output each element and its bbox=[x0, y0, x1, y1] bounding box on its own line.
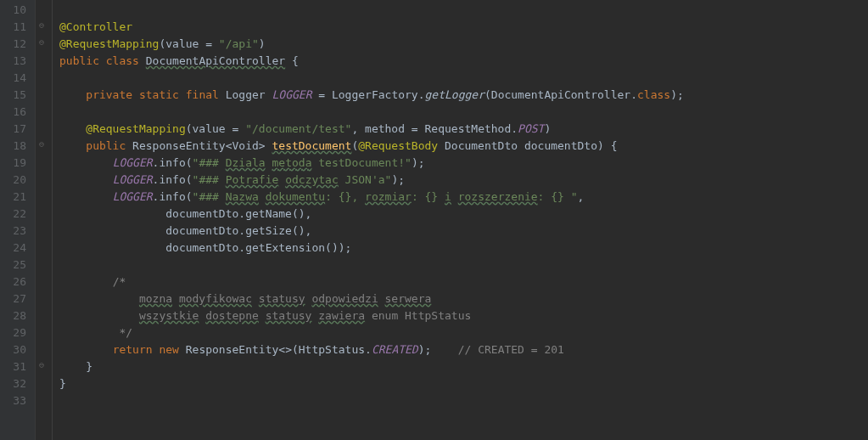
code-line[interactable] bbox=[59, 257, 868, 274]
code-line[interactable]: wszystkie dostepne statusy zawiera enum … bbox=[59, 307, 868, 324]
line-number: 27 bbox=[7, 291, 26, 307]
code-line[interactable]: documentDto.getName(), bbox=[59, 206, 868, 223]
code-line[interactable]: private static final Logger LOGGER = Log… bbox=[59, 87, 868, 104]
code-line[interactable]: } bbox=[59, 358, 868, 375]
line-number: 19 bbox=[7, 155, 26, 172]
line-number: 10 bbox=[7, 2, 26, 19]
line-number: 23 bbox=[7, 223, 26, 240]
line-number: 17 bbox=[7, 121, 26, 138]
line-number: 28 bbox=[7, 307, 26, 324]
code-line[interactable]: @RequestMapping(value = "/document/test"… bbox=[59, 121, 868, 138]
line-number: 33 bbox=[7, 392, 26, 409]
line-number: 12 bbox=[7, 36, 26, 53]
line-number: 22 bbox=[7, 206, 26, 223]
code-line[interactable]: @Controller bbox=[59, 19, 868, 36]
line-number: 21 bbox=[7, 189, 26, 206]
line-number: 30 bbox=[7, 341, 26, 358]
line-number: 25 bbox=[7, 257, 26, 274]
fold-marker-icon[interactable]: ⊖ bbox=[39, 36, 44, 48]
fold-marker-icon[interactable]: ⊖ bbox=[39, 19, 44, 31]
line-number: 31 bbox=[7, 358, 26, 375]
code-line[interactable]: @RequestMapping(value = "/api") bbox=[59, 36, 868, 53]
code-line[interactable]: LOGGER.info("### Potrafie odczytac JSON'… bbox=[59, 172, 868, 189]
code-line[interactable]: return new ResponseEntity<>(HttpStatus.C… bbox=[59, 341, 868, 358]
method-name: testDocument bbox=[272, 139, 351, 152]
code-line[interactable] bbox=[59, 104, 868, 121]
code-line[interactable] bbox=[59, 70, 868, 87]
code-line[interactable]: documentDto.getSize(), bbox=[59, 223, 868, 240]
fold-marker-icon[interactable]: ⊖ bbox=[39, 138, 44, 150]
fold-marker-icon[interactable]: ⊖ bbox=[39, 358, 44, 371]
code-line[interactable] bbox=[59, 392, 868, 409]
code-line[interactable]: documentDto.getExtension()); bbox=[59, 240, 868, 257]
line-number-gutter: 10 11 12 13 14 15 16 17 18 19 20 21 22 2… bbox=[0, 0, 36, 440]
line-number: 16 bbox=[7, 104, 26, 121]
class-name: DocumentApiController bbox=[146, 54, 285, 67]
code-line[interactable]: LOGGER.info("### Nazwa dokumentu: {}, ro… bbox=[59, 189, 868, 206]
code-line[interactable]: } bbox=[59, 375, 868, 392]
fold-gutter[interactable]: ⊖ ⊖ ⊖ ⊖ bbox=[36, 0, 53, 440]
code-content[interactable]: @Controller @RequestMapping(value = "/ap… bbox=[51, 0, 868, 440]
line-number: 13 bbox=[7, 53, 26, 70]
code-line[interactable]: public class DocumentApiController { bbox=[59, 53, 868, 70]
line-number: 18 bbox=[7, 138, 26, 155]
line-number: 24 bbox=[7, 240, 26, 257]
code-line[interactable]: */ bbox=[59, 324, 868, 341]
line-number: 15 bbox=[7, 87, 26, 104]
code-line[interactable]: mozna modyfikowac statusy odpowiedzi ser… bbox=[59, 291, 868, 307]
line-number: 32 bbox=[7, 375, 26, 392]
annotation: @Controller bbox=[59, 20, 132, 33]
code-line[interactable] bbox=[59, 2, 868, 19]
code-line[interactable]: public ResponseEntity<Void> testDocument… bbox=[59, 138, 868, 155]
code-line[interactable]: /* bbox=[59, 274, 868, 291]
line-number: 29 bbox=[7, 324, 26, 341]
code-line[interactable]: LOGGER.info("### Dziala metoda testDocum… bbox=[59, 155, 868, 172]
line-number: 20 bbox=[7, 172, 26, 189]
code-editor[interactable]: 10 11 12 13 14 15 16 17 18 19 20 21 22 2… bbox=[0, 0, 868, 440]
line-number: 14 bbox=[7, 70, 26, 87]
line-number: 11 bbox=[7, 19, 26, 36]
line-number: 26 bbox=[7, 274, 26, 291]
annotation: @RequestMapping bbox=[59, 37, 159, 50]
